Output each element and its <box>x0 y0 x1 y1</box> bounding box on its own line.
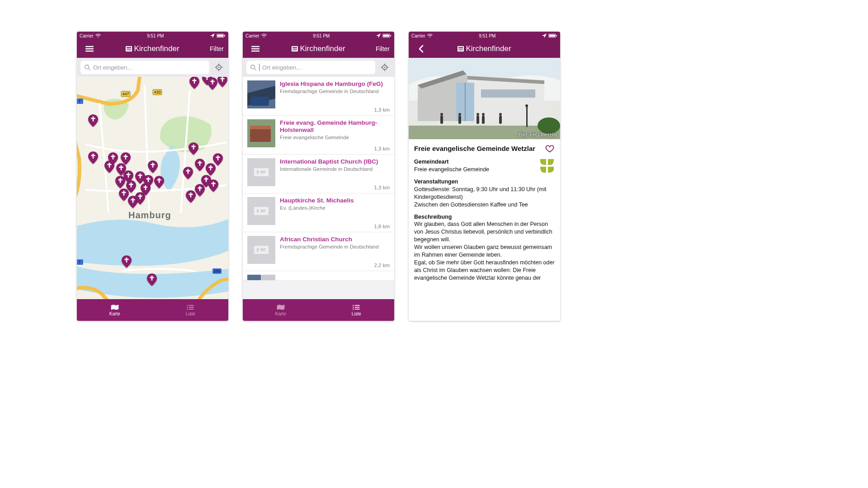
svg-rect-99 <box>526 107 528 127</box>
svg-point-70 <box>353 309 354 310</box>
wifi-icon <box>261 33 267 38</box>
svg-rect-4 <box>224 35 225 37</box>
tab-map-label: Karte <box>109 311 120 316</box>
svg-rect-74 <box>556 35 557 37</box>
denomination-logo-icon <box>539 158 555 174</box>
map-pin[interactable] <box>88 114 98 127</box>
svg-point-68 <box>353 306 354 307</box>
back-button[interactable] <box>416 43 427 54</box>
map-pin[interactable] <box>183 167 193 179</box>
screenshot-detail: Carrier 9:51 PM Kirchenfinder <box>409 32 560 321</box>
search-field[interactable] <box>246 61 375 74</box>
map-pin[interactable] <box>189 77 199 89</box>
screenshot-list: Carrier 9:51 PM Kirchenfinder Filter <box>243 32 394 321</box>
list-item[interactable]: E RF Hauptkirche St. Michaelis Ev. (Land… <box>243 193 394 232</box>
svg-rect-67 <box>355 305 360 306</box>
menu-button[interactable] <box>84 43 95 54</box>
map-pin[interactable] <box>148 160 158 173</box>
search-input[interactable] <box>262 64 372 71</box>
map-pin[interactable] <box>186 190 196 203</box>
list-item[interactable]: Iglesia Hispana de Hamburgo (FeG) Fremds… <box>243 77 394 116</box>
search-icon <box>250 64 256 70</box>
menu-button[interactable] <box>250 43 261 54</box>
detail-view[interactable]: Bild: FeG Wetzlar Freie evangelische Gem… <box>409 58 560 321</box>
filter-button[interactable]: Filter <box>369 45 394 52</box>
svg-rect-69 <box>355 307 360 308</box>
svg-point-12 <box>218 67 220 68</box>
nav-bar: Kirchenfinder Filter <box>77 40 228 58</box>
search-bar <box>243 58 394 77</box>
svg-rect-65 <box>262 275 275 280</box>
map-pin[interactable] <box>213 153 223 166</box>
svg-rect-38 <box>292 47 297 48</box>
map-pin[interactable] <box>147 273 157 286</box>
hero-image: Bild: FeG Wetzlar <box>409 58 560 139</box>
svg-rect-97 <box>499 116 502 124</box>
list-item-distance: 1,8 km <box>374 224 390 229</box>
favorite-button[interactable] <box>545 144 555 154</box>
list-item[interactable]: Freie evang. Gemeinde Hamburg-Holstenwal… <box>243 116 394 155</box>
list-item[interactable]: E RF International Baptist Church (IBC) … <box>243 155 394 193</box>
map-pin[interactable] <box>208 179 218 192</box>
map-pin[interactable] <box>122 255 132 268</box>
clock-label: 9:51 PM <box>101 33 210 38</box>
status-bar: Carrier 9:51 PM <box>243 32 394 40</box>
app-title: Kirchenfinder <box>268 44 369 53</box>
location-arrow-icon <box>376 33 381 38</box>
svg-point-66 <box>353 305 354 305</box>
map-pin[interactable] <box>104 160 114 173</box>
search-input[interactable] <box>93 64 206 71</box>
wifi-icon <box>95 33 101 38</box>
list-item[interactable]: E RF African Christian Church Fremdsprac… <box>243 232 394 271</box>
map-pin[interactable] <box>208 77 217 90</box>
section-desc-label: Beschreibung <box>414 213 555 221</box>
results-list[interactable]: Iglesia Hispana de Hamburgo (FeG) Fremds… <box>243 77 394 299</box>
svg-rect-7 <box>127 49 131 49</box>
thumbnail-icon: E RF <box>247 197 275 225</box>
city-name-label: Hamburg <box>128 210 171 221</box>
image-credit: Bild: FeG Wetzlar <box>519 132 557 137</box>
locate-me-button[interactable] <box>213 61 225 73</box>
tab-list[interactable]: Liste <box>319 299 395 321</box>
list-item-subtitle: Internationale Gemeinde in Deutschland <box>280 166 390 172</box>
section-events-body: Gottesdienste: Sonntag, 9:30 Uhr und 11:… <box>414 186 555 209</box>
map-pin[interactable] <box>88 151 98 164</box>
svg-line-10 <box>89 69 90 70</box>
app-title: Kirchenfinder <box>102 44 203 53</box>
map-view[interactable]: 447 433 7 7 255 Hamburg <box>77 77 228 299</box>
tab-map[interactable]: Karte <box>77 299 153 321</box>
status-bar: Carrier 9:51 PM <box>77 32 228 40</box>
map-tab-icon <box>276 304 285 310</box>
filter-button[interactable]: Filter <box>203 45 228 52</box>
svg-point-32 <box>187 309 188 310</box>
svg-rect-64 <box>247 275 261 280</box>
svg-rect-73 <box>549 35 555 37</box>
svg-text:7: 7 <box>78 99 80 103</box>
location-arrow-icon <box>542 33 547 38</box>
map-pin[interactable] <box>119 188 129 201</box>
search-field[interactable] <box>80 61 209 74</box>
svg-point-28 <box>187 305 188 305</box>
carrier-label: Carrier <box>411 33 425 38</box>
tab-list[interactable]: Liste <box>153 299 229 321</box>
tab-list-label: Liste <box>186 311 195 316</box>
map-pin[interactable] <box>154 176 164 188</box>
thumbnail-icon: E RF <box>247 236 275 264</box>
svg-rect-35 <box>383 35 389 37</box>
list-tab-icon <box>352 304 361 310</box>
carrier-label: Carrier <box>80 33 94 38</box>
battery-icon <box>548 33 557 38</box>
tab-bar: Karte Liste <box>77 299 228 321</box>
map-pin[interactable] <box>195 159 205 171</box>
list-item-distance: 1,3 km <box>374 146 390 151</box>
svg-text:255: 255 <box>213 269 220 273</box>
list-item[interactable] <box>243 271 394 281</box>
map-pin[interactable] <box>143 175 153 188</box>
list-item-title: African Christian Church <box>280 236 390 243</box>
svg-point-90 <box>440 113 443 116</box>
locate-me-button[interactable] <box>379 61 391 73</box>
map-pin[interactable] <box>217 77 227 87</box>
map-pin[interactable] <box>189 142 198 155</box>
svg-rect-8 <box>127 50 131 50</box>
tab-map[interactable]: Karte <box>243 299 319 321</box>
